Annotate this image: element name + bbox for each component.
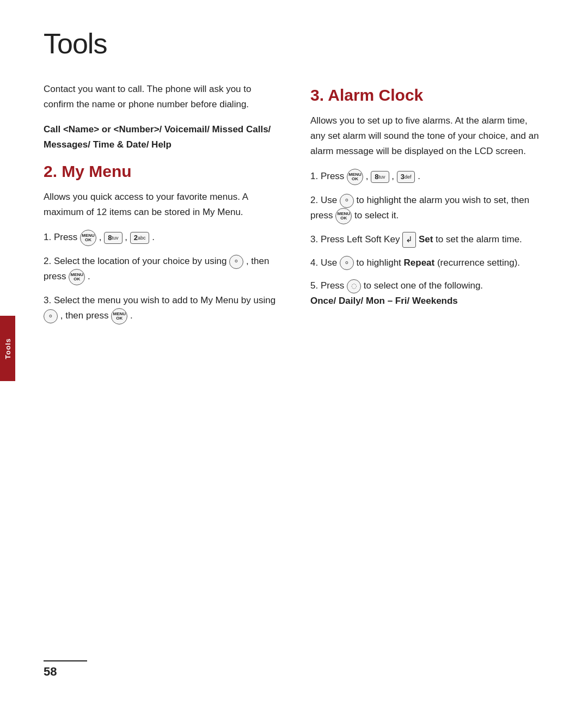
step3-text2: , then press	[60, 311, 112, 321]
intro-text: Contact you want to call. The phone will…	[44, 82, 278, 112]
page: Tools 58 Tools Contact you want to call.…	[0, 0, 588, 705]
step1-text-before: 1. Press	[44, 232, 80, 243]
alarm-menu-ok-2: MENUOK	[335, 208, 352, 224]
alarm-step-5: 5. Press ◌ to select one of the followin…	[310, 278, 544, 309]
alarm-step4-text2: to highlight Repeat (recurrence setting)…	[357, 258, 520, 268]
section3-heading: 3. Alarm Clock	[310, 86, 544, 105]
right-column: 3. Alarm Clock Allows you to set up to f…	[310, 82, 544, 316]
step3-text3: .	[130, 311, 133, 321]
alarm-step-3: 3. Press Left Soft Key ↲ Set to set the …	[310, 232, 544, 248]
alarm-step2-text1: 2. Use	[310, 195, 340, 205]
step1-sep2: ,	[125, 232, 130, 243]
mymenu-step-1: 1. Press MENUOK , 8 tuv , 2 abc .	[44, 230, 278, 246]
alarm-step-4: 4. Use ⚬ to highlight Repeat (recurrence…	[310, 255, 544, 271]
alarm-steps: 1. Press MENUOK , 8 tuv , 3 def . 2. Use…	[310, 169, 544, 309]
section2-body: Allows you quick access to your favorite…	[44, 189, 278, 220]
alarm-step3-text1: 3. Press Left Soft Key	[310, 234, 402, 244]
nav-circle-3: ⚬	[44, 309, 58, 323]
step1-sep1: ,	[99, 232, 104, 243]
alarm-step4-text1: 4. Use	[310, 258, 340, 268]
alarm-step5-text1: 5. Press	[310, 280, 347, 291]
menu-ok-btn-2: MENUOK	[69, 269, 85, 285]
alarm-menu-ok-1: MENUOK	[347, 169, 363, 185]
step3-text1: 3. Select the menu you wish to add to My…	[44, 295, 275, 305]
alarm-step1-text-before: 1. Press	[310, 171, 347, 182]
key-2abc-1: 2 abc	[130, 232, 150, 244]
alarm-nav-4: ⚬	[340, 256, 354, 270]
mymenu-step-3: 3. Select the menu you wish to add to My…	[44, 293, 278, 324]
page-title: Tools	[44, 27, 544, 60]
alarm-step1-sep2: ,	[391, 171, 396, 182]
mymenu-steps: 1. Press MENUOK , 8 tuv , 2 abc . 2. Sel…	[44, 230, 278, 324]
step2-text1: 2. Select the location of your choice by…	[44, 256, 229, 266]
alarm-step3-text2: to set the alarm time.	[436, 234, 522, 244]
soft-key-icon: ↲	[402, 232, 416, 248]
page-content: Tools Contact you want to call. The phon…	[0, 0, 588, 705]
alarm-step2-text3: to select it.	[354, 211, 399, 221]
bold-menu-text: Call <Name> or <Number>/ Voicemail/ Miss…	[44, 122, 278, 152]
left-column: Contact you want to call. The phone will…	[44, 82, 278, 332]
alarm-key-3def: 3 def	[397, 171, 415, 183]
section3-body: Allows you to set up to five alarms. At …	[310, 113, 544, 159]
alarm-step-2: 2. Use ⚬ to highlight the alarm you wish…	[310, 193, 544, 224]
step2-text3: .	[88, 272, 90, 282]
key-8tuv-1: 8 tuv	[104, 232, 122, 244]
alarm-step-1: 1. Press MENUOK , 8 tuv , 3 def .	[310, 169, 544, 185]
menu-ok-btn-3: MENUOK	[111, 308, 127, 324]
nav-circle-2: ⚬	[229, 255, 243, 269]
alarm-step1-sep1: ,	[366, 171, 371, 182]
alarm-nav-2: ⚬	[340, 194, 354, 208]
two-column-layout: Contact you want to call. The phone will…	[44, 82, 544, 332]
menu-ok-btn-1: MENUOK	[80, 230, 96, 246]
lr-nav-5: ◌	[347, 279, 361, 293]
alarm-step1-sep3: .	[418, 171, 420, 182]
alarm-key-8tuv: 8 tuv	[371, 171, 389, 183]
section2-heading: 2. My Menu	[44, 162, 278, 181]
step1-sep3: .	[152, 232, 155, 243]
alarm-step3-bold: Set	[419, 234, 433, 244]
mymenu-step-2: 2. Select the location of your choice by…	[44, 254, 278, 285]
